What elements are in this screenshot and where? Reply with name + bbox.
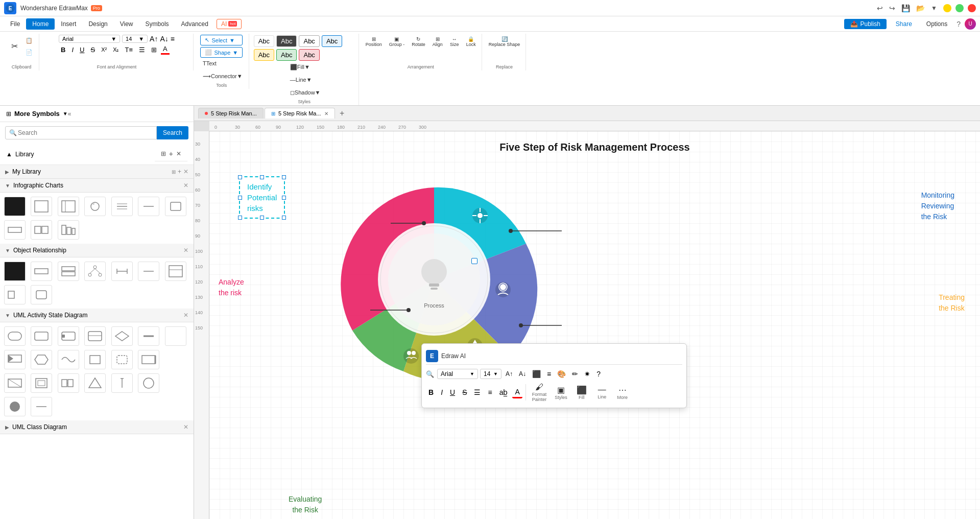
text-btn[interactable]: TText xyxy=(200,58,246,69)
ft-inc-size[interactable]: A↑ xyxy=(504,369,515,379)
ft-underline2-btn[interactable]: ab̲ xyxy=(497,387,511,397)
shape-item-7[interactable] xyxy=(165,197,186,216)
or-shape-1[interactable] xyxy=(4,262,26,281)
my-library-close-icon[interactable]: ✕ xyxy=(183,168,188,175)
menu-view[interactable]: View xyxy=(114,18,139,30)
bold-btn[interactable]: B xyxy=(59,45,67,54)
or-shape-9[interactable] xyxy=(31,285,52,304)
uml-shape-11[interactable] xyxy=(84,350,106,369)
ft-edit-icon[interactable]: ✏ xyxy=(570,369,580,379)
shape-btn[interactable]: ⬜Shape▼ xyxy=(200,47,243,58)
uml-activity-close-icon[interactable]: ✕ xyxy=(183,312,188,319)
shape-item-1[interactable] xyxy=(4,197,26,216)
my-library-add-icon[interactable]: ⊞ xyxy=(172,169,176,175)
font-selector[interactable]: Arial ▼ xyxy=(59,35,120,43)
font-size-input[interactable]: 14 ▼ xyxy=(122,35,148,43)
ft-fill-btn[interactable]: ⬛ Fill xyxy=(572,384,591,402)
uml-shape-10[interactable] xyxy=(58,350,79,369)
infographic-close-icon[interactable]: ✕ xyxy=(183,182,188,189)
font-color-btn[interactable]: A xyxy=(161,44,170,55)
shape-item-4[interactable] xyxy=(84,197,106,216)
menu-advanced[interactable]: Advanced xyxy=(175,18,214,30)
maximize-btn[interactable] xyxy=(955,4,964,12)
object-relationship-close-icon[interactable]: ✕ xyxy=(183,247,188,254)
ft-list-btn[interactable]: ≡ xyxy=(485,387,494,397)
style-6[interactable]: Abc xyxy=(276,49,297,61)
align-arrange-btn[interactable]: ⊞Align xyxy=(430,35,445,49)
uml-shape-18[interactable] xyxy=(111,373,133,393)
tab-1[interactable]: 5 Step Risk Man... xyxy=(198,108,264,119)
style-2[interactable]: Abc xyxy=(276,35,297,47)
list-btn[interactable]: ☰ xyxy=(137,45,147,54)
menu-insert[interactable]: Insert xyxy=(55,18,82,30)
more-btn[interactable]: ▼ xyxy=(931,5,937,12)
style-3[interactable]: Abc xyxy=(299,35,319,47)
library-close-btn[interactable]: ✕ xyxy=(176,150,181,157)
size-btn[interactable]: ↔Size xyxy=(447,35,462,49)
search-button[interactable]: Search xyxy=(157,126,188,139)
object-relationship-section[interactable]: ▼ Object Relationship ✕ xyxy=(0,244,194,257)
ft-underline-btn[interactable]: U xyxy=(447,387,458,397)
ft-palette-icon[interactable]: 🎨 xyxy=(555,369,568,379)
search-input[interactable] xyxy=(5,126,157,139)
style-7[interactable]: Abc xyxy=(299,49,319,61)
group-btn[interactable]: ▣Group - xyxy=(387,35,408,49)
style-4[interactable]: Abc xyxy=(322,35,342,47)
ft-italic-btn[interactable]: I xyxy=(438,387,445,397)
or-shape-8[interactable] xyxy=(4,285,26,304)
uml-shape-19[interactable] xyxy=(138,373,159,393)
superscript-btn[interactable]: X² xyxy=(99,46,109,53)
canvas-content[interactable]: Five Step of Risk Management Process xyxy=(209,131,980,519)
fill-btn[interactable]: ⬛ Fill ▼ xyxy=(287,61,324,73)
ft-textcolor-btn[interactable]: A xyxy=(512,387,522,398)
menu-file[interactable]: File xyxy=(4,18,26,30)
paste-btn[interactable]: 📄 xyxy=(22,46,36,58)
decrease-size-btn[interactable]: A↓ xyxy=(160,35,168,43)
replace-shape-btn[interactable]: 🔄Replace Shape xyxy=(486,35,523,49)
uml-shape-2[interactable] xyxy=(31,326,52,346)
infographic-section[interactable]: ▼ Infographic Charts ✕ xyxy=(0,179,194,193)
indent-btn[interactable]: ⊞ xyxy=(149,45,159,54)
shape-item-9[interactable] xyxy=(31,220,52,240)
uml-shape-13[interactable] xyxy=(138,350,159,369)
or-shape-5[interactable] xyxy=(111,262,133,281)
menu-symbols[interactable]: Symbols xyxy=(139,18,175,30)
select-btn[interactable]: ↖Select▼ xyxy=(200,35,243,45)
lock-btn[interactable]: 🔒Lock xyxy=(464,35,479,49)
or-shape-4[interactable] xyxy=(84,262,106,281)
uml-shape-6[interactable] xyxy=(138,326,159,346)
style-1[interactable]: Abc xyxy=(254,35,274,47)
user-avatar[interactable]: U xyxy=(965,18,976,30)
publish-btn[interactable]: 📤 Publish xyxy=(844,19,886,29)
help-btn[interactable]: ? xyxy=(957,20,961,28)
ft-dec-size[interactable]: A↓ xyxy=(517,369,528,379)
save-btn[interactable]: 💾 xyxy=(901,4,910,12)
ft-line-btn[interactable]: — Line xyxy=(593,384,611,401)
open-btn[interactable]: 📂 xyxy=(916,4,925,12)
uml-shape-15[interactable] xyxy=(31,373,52,393)
ft-align-left[interactable]: ⬛ xyxy=(530,369,543,379)
uml-shape-9[interactable] xyxy=(31,350,52,369)
italic-btn[interactable]: I xyxy=(69,45,76,54)
line-btn[interactable]: — Line ▼ xyxy=(287,74,324,85)
uml-shape-16[interactable] xyxy=(58,373,79,393)
underline-btn[interactable]: U xyxy=(78,45,86,54)
cut-btn[interactable]: ✂ xyxy=(7,40,21,53)
ft-font-selector[interactable]: Arial ▼ xyxy=(437,369,478,379)
uml-shape-17[interactable] xyxy=(84,373,106,393)
ft-more-btn[interactable]: ⋯ More xyxy=(613,384,632,402)
ft-styles-btn[interactable]: ▣ Styles xyxy=(552,384,570,402)
ai-label[interactable]: AI xyxy=(221,20,227,28)
rotate-btn[interactable]: ↻Rotate xyxy=(409,35,428,49)
connector-btn[interactable]: ⟿Connector▼ xyxy=(200,70,246,82)
ft-strike-btn[interactable]: S xyxy=(460,387,469,397)
canvas[interactable]: 0 30 60 90 120 150 180 210 240 270 300 3… xyxy=(194,121,980,519)
add-tab-btn[interactable]: + xyxy=(336,107,348,120)
uml-shape-4[interactable] xyxy=(84,326,106,346)
ft-more-icon[interactable]: ✷ xyxy=(582,369,592,379)
menu-design[interactable]: Design xyxy=(82,18,113,30)
position-btn[interactable]: ⊞Position xyxy=(363,35,385,49)
resize-handle[interactable] xyxy=(471,258,477,264)
or-shape-3[interactable] xyxy=(58,262,79,281)
uml-shape-1[interactable] xyxy=(4,326,26,346)
